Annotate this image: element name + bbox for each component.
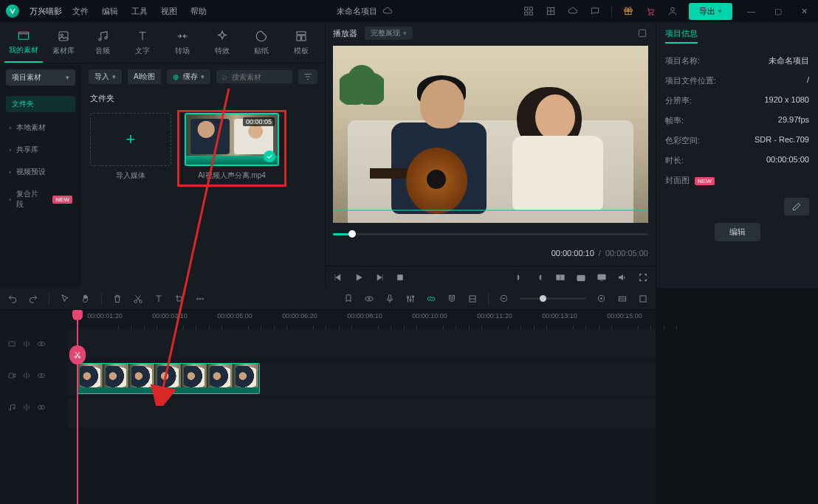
sidebar-item-compound[interactable]: •复合片段NEW xyxy=(0,183,81,215)
sidebar-select[interactable]: 项目素材▾ xyxy=(6,69,75,86)
zoom-in-icon[interactable] xyxy=(597,294,607,304)
timeline-clip[interactable] xyxy=(77,363,260,394)
redo-icon[interactable] xyxy=(28,294,38,304)
tab-effects[interactable]: 特效 xyxy=(203,22,241,63)
fit-icon[interactable] xyxy=(617,294,628,304)
snap-icon[interactable] xyxy=(467,294,478,304)
preview-mode-dropdown[interactable]: 完整展现▾ xyxy=(365,27,413,40)
zoom-out-icon[interactable] xyxy=(499,294,509,304)
cover-edit-button[interactable] xyxy=(784,198,809,215)
cut-icon[interactable] xyxy=(133,294,143,304)
cloud-sync-icon[interactable] xyxy=(382,5,393,17)
filter-button[interactable] xyxy=(298,69,317,84)
import-dropdown[interactable]: 导入▾ xyxy=(89,69,122,84)
playhead-cut-button[interactable] xyxy=(69,345,86,365)
preview-viewport[interactable] xyxy=(333,46,648,223)
search-box[interactable]: ⌕ xyxy=(216,70,292,83)
mark-in-icon[interactable] xyxy=(514,272,524,283)
user-icon[interactable] xyxy=(667,5,678,17)
tab-templates[interactable]: 模板 xyxy=(282,22,320,63)
plus-icon: + xyxy=(126,130,136,149)
ai-paint-button[interactable]: AI绘图 xyxy=(128,69,161,84)
sidebar-item-preset[interactable]: •视频预设 xyxy=(0,161,81,183)
timeline-settings-icon[interactable] xyxy=(638,294,648,304)
clip-thumbnail[interactable]: 00:00:05 xyxy=(185,113,279,166)
layout-icon[interactable] xyxy=(523,5,535,17)
tab-media-lib[interactable]: 素材库 xyxy=(44,22,83,63)
mic-icon[interactable] xyxy=(385,294,395,304)
audio-track[interactable] xyxy=(68,398,656,428)
play-icon[interactable] xyxy=(354,272,364,283)
import-media-box[interactable]: + xyxy=(90,113,171,166)
menu-file[interactable]: 文件 xyxy=(72,6,89,17)
marker-icon[interactable] xyxy=(343,294,354,304)
sidebar-item-local[interactable]: •本地素材 xyxy=(0,117,81,139)
sparkle-icon xyxy=(216,30,229,43)
more-icon[interactable] xyxy=(195,294,205,304)
track-header-audio[interactable] xyxy=(0,393,68,422)
svg-rect-19 xyxy=(398,275,403,280)
next-frame-icon[interactable] xyxy=(374,272,385,283)
volume-icon[interactable] xyxy=(617,272,628,283)
tab-text[interactable]: 文字 xyxy=(123,22,162,63)
scrub-knob[interactable] xyxy=(348,230,356,238)
cloud-icon[interactable] xyxy=(567,5,579,17)
timeline-tracks[interactable] xyxy=(68,329,656,504)
grid-icon[interactable] xyxy=(545,5,557,17)
close-button[interactable]: ✕ xyxy=(797,7,812,16)
menu-edit[interactable]: 编辑 xyxy=(102,6,118,17)
playhead[interactable] xyxy=(77,310,78,504)
pointer-icon[interactable] xyxy=(60,294,70,304)
prop-label: 时长: xyxy=(665,155,684,166)
text-tool-icon[interactable] xyxy=(154,294,164,304)
video-track[interactable] xyxy=(68,362,656,396)
hand-icon[interactable] xyxy=(80,294,91,304)
tab-my-media[interactable]: 我的素材 xyxy=(4,22,43,63)
compare-icon[interactable] xyxy=(555,272,566,283)
sidebar-folder[interactable]: 文件夹 xyxy=(6,96,75,112)
undo-icon[interactable] xyxy=(7,294,18,304)
gift-icon[interactable] xyxy=(622,5,634,17)
download-dropdown[interactable]: ⊕缓存▾ xyxy=(167,69,210,84)
preview-settings-icon[interactable] xyxy=(636,27,648,39)
stop-icon[interactable] xyxy=(395,272,405,283)
menu-help[interactable]: 帮助 xyxy=(190,6,207,17)
mark-out-icon[interactable] xyxy=(535,272,545,283)
sidebar-item-label: 复合片段 xyxy=(16,189,46,210)
preview-tab[interactable]: 播放器 xyxy=(333,28,357,39)
mixer-icon[interactable] xyxy=(405,294,416,304)
clip-added-check-icon xyxy=(264,151,275,162)
sidebar-item-shared[interactable]: •共享库 xyxy=(0,139,81,161)
delete-icon[interactable] xyxy=(112,294,123,304)
edit-button[interactable]: 编辑 xyxy=(715,223,760,241)
eye-icon[interactable] xyxy=(364,294,374,304)
playhead-cap[interactable] xyxy=(72,310,83,320)
zoom-slider[interactable] xyxy=(520,297,586,300)
snapshot-icon[interactable] xyxy=(576,272,586,283)
fullscreen-icon[interactable] xyxy=(638,272,648,283)
tab-stickers[interactable]: 贴纸 xyxy=(243,22,281,63)
scrub-bar[interactable] xyxy=(333,227,648,241)
track-header-video[interactable] xyxy=(0,359,68,393)
export-button[interactable]: 导出▾ xyxy=(689,3,732,20)
svg-point-14 xyxy=(105,36,107,38)
link-icon[interactable] xyxy=(426,294,436,304)
media-body: 项目素材▾ 文件夹 •本地素材 •共享库 •视频预设 •复合片段NEW 导入▾ … xyxy=(0,63,325,288)
prev-frame-icon[interactable] xyxy=(333,272,343,283)
menu-view[interactable]: 视图 xyxy=(161,6,177,17)
overlay-track[interactable] xyxy=(68,329,656,359)
tab-audio[interactable]: 音频 xyxy=(84,22,123,63)
magnet-icon[interactable] xyxy=(447,294,457,304)
message-icon[interactable] xyxy=(589,5,601,17)
minimize-button[interactable]: — xyxy=(743,7,760,15)
tab-transition[interactable]: 转场 xyxy=(163,22,202,63)
search-input[interactable] xyxy=(232,73,286,81)
display-icon[interactable] xyxy=(597,272,607,283)
menu-tools[interactable]: 工具 xyxy=(131,6,148,17)
track-header-overlay[interactable] xyxy=(0,329,68,359)
crop-icon[interactable] xyxy=(174,294,185,304)
maximize-button[interactable]: ▢ xyxy=(770,7,786,16)
zoom-knob[interactable] xyxy=(540,295,546,302)
timeline-ruler[interactable]: 00:00:01:2000:00:03:1000:00:05:0000:00:0… xyxy=(0,310,656,329)
cart-icon[interactable] xyxy=(645,5,656,17)
